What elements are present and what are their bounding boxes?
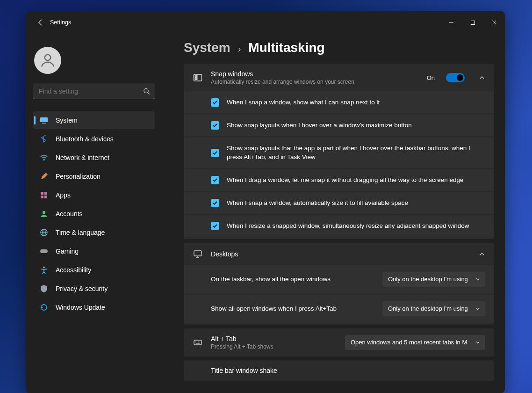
nav-item-system[interactable]: System [33,111,155,129]
snap-option-row[interactable]: Show snap layouts when I hover over a wi… [184,115,494,136]
snap-options: When I snap a window, show what I can sn… [184,92,494,239]
checkbox-checked-icon[interactable] [211,222,219,230]
nav-label: Bluetooth & devices [56,135,114,143]
search-icon [143,88,150,95]
snap-option-row[interactable]: When I resize a snapped window, simultan… [184,215,494,237]
maximize-button[interactable] [462,11,483,34]
keyboard-icon [192,338,203,347]
option-label: Show snap layouts that the app is part o… [227,144,485,161]
alttab-subtitle: Pressing Alt + Tab shows [211,343,338,350]
option-label: When I snap a window, automatically size… [227,199,408,207]
titlebar-shake-panel: Title bar window shake [184,360,494,381]
checkbox-checked-icon[interactable] [211,149,219,157]
avatar[interactable] [34,47,61,74]
nav-label: System [56,116,78,124]
nav-item-update[interactable]: Windows Update [33,298,155,316]
alttab-dropdown[interactable]: Open windows and 5 most recent tabs in M [345,335,485,350]
snap-icon [192,73,203,82]
nav-label: Gaming [56,247,79,255]
nav-list: System Bluetooth & devices Network & int… [33,111,155,316]
row-label: Show all open windows when I press Alt+T… [211,305,375,312]
wifi-icon [40,153,48,162]
desktops-title: Desktops [211,250,465,258]
window-controls [440,11,505,34]
nav-label: Apps [56,191,71,199]
svg-point-14 [43,267,45,269]
snap-state-label: On [427,74,435,81]
snap-option-row[interactable]: Show snap layouts that the app is part o… [184,138,494,167]
desktops-header[interactable]: Desktops [184,243,494,265]
back-button[interactable] [31,19,50,26]
svg-rect-17 [194,251,201,256]
nav-item-bluetooth[interactable]: Bluetooth & devices [33,130,155,148]
accessibility-icon [40,266,48,274]
row-label: On the taskbar, show all the open window… [211,276,375,283]
svg-rect-8 [41,196,43,198]
svg-rect-6 [41,192,43,195]
svg-rect-18 [194,340,201,345]
titlebar-shake-title: Title bar window shake [211,367,485,374]
breadcrumb-root[interactable]: System [184,40,230,55]
settings-list: Snap windows Automatically resize and ar… [184,64,494,381]
minimize-button[interactable] [440,11,462,34]
nav-item-accessibility[interactable]: Accessibility [33,261,155,279]
chevron-up-icon[interactable] [479,251,485,257]
svg-point-1 [45,55,51,61]
nav-item-accounts[interactable]: Accounts [33,205,155,223]
system-icon [40,116,48,124]
nav-label: Time & language [56,229,105,236]
snap-option-row[interactable]: When I drag a window, let me snap it wit… [184,169,494,191]
desktops-panel: Desktops On the taskbar, show all the op… [184,243,494,325]
nav-item-network[interactable]: Network & internet [33,149,155,167]
chevron-down-icon [475,306,481,312]
checkbox-checked-icon[interactable] [211,121,219,130]
nav-item-gaming[interactable]: Gaming [33,242,155,260]
dropdown-value: Only on the desktop I'm using [388,305,468,312]
svg-rect-4 [42,123,46,124]
option-label: When I drag a window, let me snap it wit… [227,176,464,184]
dropdown-value: Only on the desktop I'm using [388,276,468,283]
svg-rect-13 [40,249,48,253]
sidebar: System Bluetooth & devices Network & int… [26,34,166,393]
nav-label: Accounts [56,210,83,218]
snap-windows-header[interactable]: Snap windows Automatically resize and ar… [184,64,494,92]
checkbox-checked-icon[interactable] [211,199,219,207]
nav-item-apps[interactable]: Apps [33,186,155,204]
svg-point-10 [43,211,45,214]
desktops-taskbar-dropdown[interactable]: Only on the desktop I'm using [382,272,485,287]
snap-title: Snap windows [211,70,419,78]
snap-toggle[interactable] [446,73,465,82]
alttab-panel: Alt + Tab Pressing Alt + Tab shows Open … [184,328,494,357]
checkbox-checked-icon[interactable] [211,176,219,184]
close-button[interactable] [483,11,505,34]
option-label: When I snap a window, show what I can sn… [227,98,380,107]
breadcrumb: System › Multitasking [184,40,494,55]
checkbox-checked-icon[interactable] [211,98,219,107]
option-label: Show snap layouts when I hover over a wi… [227,121,412,130]
title-bar: Settings [26,11,505,34]
shield-icon [40,284,48,293]
svg-rect-3 [40,117,48,122]
alttab-header[interactable]: Alt + Tab Pressing Alt + Tab shows Open … [184,328,494,357]
nav-item-privacy[interactable]: Privacy & security [33,280,155,298]
nav-item-personalization[interactable]: Personalization [33,167,155,185]
apps-icon [40,191,48,199]
search-box[interactable] [33,83,155,99]
svg-rect-9 [44,196,47,198]
svg-rect-0 [471,21,474,24]
chevron-right-icon: › [238,44,241,54]
chevron-down-icon [475,277,481,282]
bluetooth-icon [40,135,48,143]
brush-icon [40,172,48,181]
desktops-row: On the taskbar, show all the open window… [184,265,494,293]
nav-label: Privacy & security [56,285,108,292]
nav-item-time[interactable]: Time & language [33,224,155,241]
search-input[interactable] [33,83,155,99]
snap-option-row[interactable]: When I snap a window, automatically size… [184,192,494,214]
desktops-alttab-dropdown[interactable]: Only on the desktop I'm using [382,301,485,316]
person-icon [40,210,48,218]
globe-icon [40,228,48,237]
titlebar-shake-header[interactable]: Title bar window shake [184,360,494,381]
chevron-up-icon[interactable] [479,74,485,81]
snap-option-row[interactable]: When I snap a window, show what I can sn… [184,92,494,113]
